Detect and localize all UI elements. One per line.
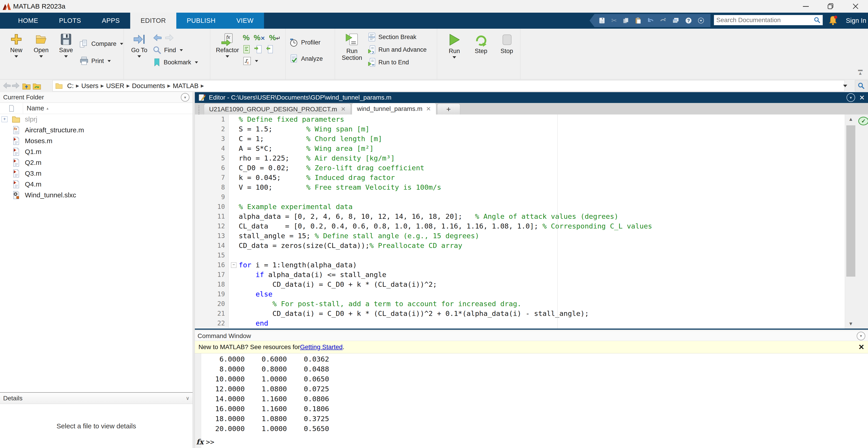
code-line[interactable]: 19 else — [195, 289, 845, 299]
code-line[interactable]: 11alpha_data = [0, 2, 4, 6, 8, 10, 12, 1… — [195, 212, 845, 221]
file-name[interactable]: Q1.m — [25, 148, 41, 156]
documentation-search[interactable] — [714, 15, 823, 25]
search-input[interactable] — [714, 16, 813, 24]
editor-vertical-scrollbar[interactable]: ▲ ▼ — [845, 114, 857, 329]
code-line[interactable]: 20 % For post-stall, add a term to accou… — [195, 299, 845, 309]
run-section-button[interactable]: Run Section — [339, 31, 365, 61]
file-row[interactable]: Q3.m — [0, 168, 193, 179]
name-column-header[interactable]: Name — [27, 105, 44, 112]
breadcrumb-field[interactable]: C:▶Users▶USER▶Documents▶MATLAB▶ — [53, 80, 845, 92]
cut-icon[interactable]: ✂ — [611, 14, 617, 27]
breadcrumb-dropdown-icon[interactable] — [842, 83, 848, 89]
format-code-icon[interactable]: fi — [243, 57, 251, 66]
notifications-bell-icon[interactable] — [828, 15, 838, 25]
file-row[interactable]: Q2.m — [0, 157, 193, 168]
code-line[interactable]: 4A = S*C; % Wing area [m²] — [195, 144, 845, 153]
search-icon[interactable] — [813, 16, 821, 24]
indent-right-icon[interactable] — [254, 45, 262, 54]
tabbar-drag-handle[interactable] — [198, 105, 202, 114]
minimize-button[interactable] — [794, 0, 818, 13]
command-window-menu-icon[interactable]: ▼ — [857, 332, 865, 340]
close-tab-icon[interactable]: ✕ — [341, 106, 346, 113]
code-line[interactable]: 13stall_angle = 15; % Define stall angle… — [195, 231, 845, 241]
code-line[interactable]: 14CD_data = zeros(size(CL_data));% Preal… — [195, 241, 845, 250]
file-row[interactable]: fxAircraft_structure.m — [0, 125, 193, 136]
undo-icon[interactable] — [647, 18, 654, 24]
redo-icon[interactable] — [660, 18, 666, 24]
breadcrumb-segment[interactable]: MATLAB — [173, 82, 198, 90]
code-line[interactable]: 10% Example experimental data — [195, 202, 845, 212]
analyze-button[interactable]: Analyze — [289, 54, 323, 64]
sort-ascending-icon[interactable]: ▲ — [46, 107, 49, 110]
save-icon[interactable] — [598, 17, 605, 24]
code-line[interactable]: 21 CD_data(i) = C_D0 + k * (CL_data(i))^… — [195, 309, 845, 318]
code-editor[interactable]: 1% Define fixed parameters2S = 1.5; % Wi… — [195, 114, 845, 329]
file-name[interactable]: Moses.m — [25, 137, 53, 145]
smart-indent-icon[interactable] — [243, 45, 251, 54]
save-button[interactable]: Save — [54, 31, 78, 58]
new-window-icon[interactable] — [673, 18, 679, 24]
code-line[interactable]: 17 if alpha_data(i) <= stall_angle — [195, 270, 845, 280]
expand-folder-icon[interactable]: + — [2, 116, 7, 122]
run-button[interactable]: Run — [442, 31, 466, 59]
details-header[interactable]: Details ∨ — [0, 392, 193, 404]
editor-menu-icon[interactable]: ▼ — [846, 93, 855, 102]
file-row[interactable]: Moses.m — [0, 136, 193, 146]
section-break-button[interactable]: Section Break — [368, 32, 427, 42]
code-line[interactable]: 8V = 100; % Free stream Velocity is 100m… — [195, 182, 845, 192]
fold-collapse-icon[interactable]: − — [231, 263, 237, 268]
ribbon-tab-editor[interactable]: EDITOR — [130, 13, 176, 29]
ribbon-tab-view[interactable]: VIEW — [226, 13, 264, 29]
breadcrumb-segment[interactable]: USER — [106, 82, 124, 90]
file-row[interactable]: Q1.m — [0, 146, 193, 157]
breadcrumb-segment[interactable]: Users — [81, 82, 98, 90]
comment-icon[interactable]: % — [243, 33, 250, 42]
run-and-advance-button[interactable]: Run and Advance — [368, 44, 427, 55]
code-line[interactable]: 12CL_data = [0, 0.2, 0.4, 0.6, 0.8, 1.0,… — [195, 221, 845, 231]
browse-folder-icon[interactable] — [32, 81, 41, 90]
editor-close-icon[interactable]: ✕ — [859, 94, 865, 102]
scroll-down-icon[interactable]: ▼ — [845, 321, 857, 327]
run-to-end-button[interactable]: Run to End — [368, 57, 427, 68]
step-button[interactable]: Step — [469, 31, 493, 55]
goto-button[interactable]: Go To — [128, 31, 151, 58]
file-name[interactable]: Q2.m — [25, 159, 41, 166]
sign-in-link[interactable]: Sign In — [846, 14, 866, 27]
qat-menu-icon[interactable] — [698, 18, 704, 24]
file-row[interactable]: Q4.m — [0, 179, 193, 190]
new-button[interactable]: New — [4, 31, 28, 58]
folder-search-button[interactable] — [855, 80, 868, 92]
code-line[interactable]: 6C_D0 = 0.02; % Zero-lift drag coefficie… — [195, 163, 845, 173]
getting-started-link[interactable]: Getting Started — [300, 343, 342, 351]
paste-icon[interactable] — [635, 17, 641, 24]
code-analyzer-ok-icon[interactable]: ✓ — [858, 117, 868, 125]
code-line[interactable]: 16−for i = 1:length(alpha_data) — [195, 260, 845, 270]
file-row[interactable]: Wind_tunnel.slxc — [0, 190, 193, 201]
file-name[interactable]: Q4.m — [25, 180, 41, 188]
file-name[interactable]: Aircraft_structure.m — [25, 126, 84, 134]
refactor-button[interactable]: fx Refactor — [214, 31, 241, 58]
indent-left-icon[interactable] — [266, 45, 274, 54]
code-line[interactable]: 3C = 1; % Chord length [m] — [195, 134, 845, 144]
file-row[interactable]: +slprj — [0, 114, 193, 125]
uncomment-icon[interactable]: %✕ — [254, 33, 265, 42]
wrap-comments-icon[interactable]: %↵ — [269, 33, 281, 42]
up-folder-icon[interactable] — [22, 81, 31, 90]
help-icon[interactable]: ? — [685, 17, 692, 24]
breadcrumb-segment[interactable]: Documents — [132, 82, 165, 90]
ribbon-tab-publish[interactable]: PUBLISH — [176, 13, 226, 29]
editor-tab-label[interactable]: U21AE1090_GROUP_DESIGN_PROJECT.m — [209, 106, 337, 113]
close-button[interactable] — [843, 0, 868, 13]
ribbon-tab-home[interactable]: HOME — [8, 13, 49, 29]
file-name[interactable]: Wind_tunnel.slxc — [25, 191, 76, 199]
editor-tab[interactable]: U21AE1090_GROUP_DESIGN_PROJECT.m✕ — [204, 104, 351, 114]
copy-icon[interactable] — [623, 18, 629, 24]
editor-tab[interactable]: wind_tunnel_params.m✕ — [352, 103, 436, 114]
file-name[interactable]: slprj — [25, 115, 37, 123]
compare-button[interactable]: Compare — [79, 39, 123, 49]
panel-splitter[interactable] — [193, 92, 195, 448]
code-line[interactable]: 7k = 0.045; % Induced drag factor — [195, 173, 845, 182]
find-button[interactable]: Find — [152, 45, 198, 55]
scroll-up-icon[interactable]: ▲ — [845, 116, 857, 122]
bookmark-button[interactable]: Bookmark — [152, 57, 198, 68]
